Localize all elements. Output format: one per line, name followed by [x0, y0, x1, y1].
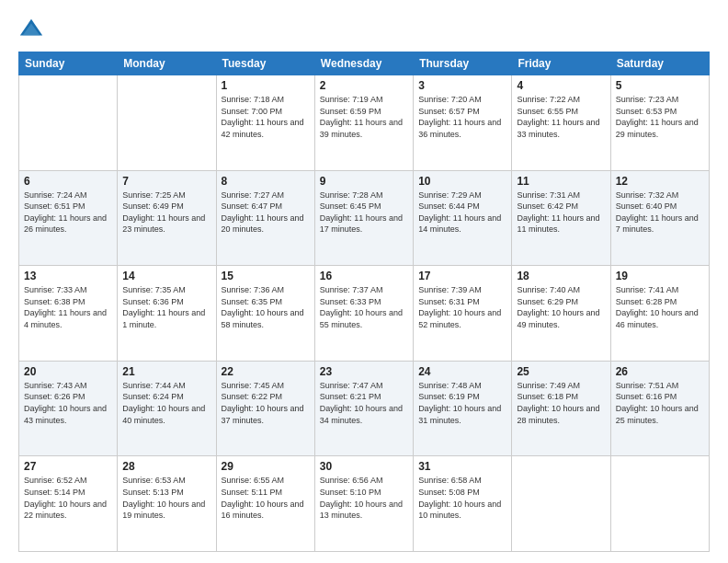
day-info: Sunrise: 7:33 AM Sunset: 6:38 PM Dayligh…	[24, 284, 112, 330]
calendar-day-header: Sunday	[19, 52, 118, 75]
calendar-cell: 13Sunrise: 7:33 AM Sunset: 6:38 PM Dayli…	[19, 266, 118, 362]
day-info: Sunrise: 6:52 AM Sunset: 5:14 PM Dayligh…	[24, 475, 112, 521]
calendar-cell: 7Sunrise: 7:25 AM Sunset: 6:49 PM Daylig…	[118, 170, 216, 266]
header	[18, 17, 710, 42]
calendar-day-header: Thursday	[414, 52, 512, 75]
day-info: Sunrise: 6:55 AM Sunset: 5:11 PM Dayligh…	[222, 475, 310, 521]
day-number: 26	[616, 365, 704, 378]
page: SundayMondayTuesdayWednesdayThursdayFrid…	[0, 0, 728, 563]
day-info: Sunrise: 7:27 AM Sunset: 6:47 PM Dayligh…	[222, 190, 310, 236]
calendar-cell	[19, 75, 118, 171]
calendar-cell	[118, 75, 216, 171]
calendar-cell: 18Sunrise: 7:40 AM Sunset: 6:29 PM Dayli…	[512, 266, 610, 362]
day-info: Sunrise: 7:24 AM Sunset: 6:51 PM Dayligh…	[24, 190, 112, 236]
calendar-week-row: 13Sunrise: 7:33 AM Sunset: 6:38 PM Dayli…	[19, 266, 710, 362]
day-number: 2	[320, 79, 408, 92]
day-info: Sunrise: 6:56 AM Sunset: 5:10 PM Dayligh…	[320, 475, 408, 521]
day-number: 17	[418, 270, 506, 282]
logo-icon	[18, 17, 44, 42]
day-info: Sunrise: 7:19 AM Sunset: 6:59 PM Dayligh…	[320, 94, 408, 140]
logo	[18, 17, 48, 42]
calendar-cell: 29Sunrise: 6:55 AM Sunset: 5:11 PM Dayli…	[216, 456, 314, 552]
day-number: 31	[418, 460, 506, 473]
calendar-table: SundayMondayTuesdayWednesdayThursdayFrid…	[18, 52, 710, 552]
day-info: Sunrise: 7:18 AM Sunset: 7:00 PM Dayligh…	[222, 94, 310, 140]
day-number: 15	[222, 270, 310, 282]
day-info: Sunrise: 7:39 AM Sunset: 6:31 PM Dayligh…	[418, 284, 506, 330]
day-number: 13	[24, 270, 112, 282]
calendar-cell: 21Sunrise: 7:44 AM Sunset: 6:24 PM Dayli…	[118, 361, 216, 456]
calendar-cell: 14Sunrise: 7:35 AM Sunset: 6:36 PM Dayli…	[118, 266, 216, 362]
day-number: 8	[222, 175, 310, 188]
day-info: Sunrise: 7:25 AM Sunset: 6:49 PM Dayligh…	[122, 190, 210, 236]
day-info: Sunrise: 7:47 AM Sunset: 6:21 PM Dayligh…	[320, 380, 408, 426]
calendar-cell: 19Sunrise: 7:41 AM Sunset: 6:28 PM Dayli…	[610, 266, 709, 362]
day-number: 22	[222, 365, 310, 378]
calendar-cell: 1Sunrise: 7:18 AM Sunset: 7:00 PM Daylig…	[216, 75, 314, 171]
day-info: Sunrise: 7:29 AM Sunset: 6:44 PM Dayligh…	[418, 190, 506, 236]
day-number: 5	[616, 79, 704, 92]
day-info: Sunrise: 7:31 AM Sunset: 6:42 PM Dayligh…	[517, 190, 605, 236]
day-number: 29	[222, 460, 310, 473]
calendar-cell: 22Sunrise: 7:45 AM Sunset: 6:22 PM Dayli…	[216, 361, 314, 456]
day-number: 21	[122, 365, 210, 378]
calendar-cell: 11Sunrise: 7:31 AM Sunset: 6:42 PM Dayli…	[512, 170, 610, 266]
day-info: Sunrise: 7:48 AM Sunset: 6:19 PM Dayligh…	[418, 380, 506, 426]
day-info: Sunrise: 7:49 AM Sunset: 6:18 PM Dayligh…	[517, 380, 605, 426]
day-number: 27	[24, 460, 112, 473]
calendar-cell: 16Sunrise: 7:37 AM Sunset: 6:33 PM Dayli…	[314, 266, 413, 362]
day-number: 4	[517, 79, 605, 92]
calendar-cell	[512, 456, 610, 552]
calendar-week-row: 27Sunrise: 6:52 AM Sunset: 5:14 PM Dayli…	[19, 456, 710, 552]
calendar-cell: 5Sunrise: 7:23 AM Sunset: 6:53 PM Daylig…	[610, 75, 709, 171]
day-info: Sunrise: 6:53 AM Sunset: 5:13 PM Dayligh…	[122, 475, 210, 521]
day-number: 14	[122, 270, 210, 282]
day-number: 9	[320, 175, 408, 188]
day-number: 24	[418, 365, 506, 378]
day-info: Sunrise: 7:28 AM Sunset: 6:45 PM Dayligh…	[320, 190, 408, 236]
calendar-week-row: 20Sunrise: 7:43 AM Sunset: 6:26 PM Dayli…	[19, 361, 710, 456]
calendar-week-row: 1Sunrise: 7:18 AM Sunset: 7:00 PM Daylig…	[19, 75, 710, 171]
day-info: Sunrise: 7:35 AM Sunset: 6:36 PM Dayligh…	[122, 284, 210, 330]
calendar-cell: 2Sunrise: 7:19 AM Sunset: 6:59 PM Daylig…	[314, 75, 413, 171]
day-number: 18	[517, 270, 605, 282]
day-info: Sunrise: 7:43 AM Sunset: 6:26 PM Dayligh…	[24, 380, 112, 426]
day-number: 3	[418, 79, 506, 92]
day-info: Sunrise: 7:37 AM Sunset: 6:33 PM Dayligh…	[320, 284, 408, 330]
calendar-cell: 4Sunrise: 7:22 AM Sunset: 6:55 PM Daylig…	[512, 75, 610, 171]
calendar-cell: 8Sunrise: 7:27 AM Sunset: 6:47 PM Daylig…	[216, 170, 314, 266]
day-number: 19	[616, 270, 704, 282]
calendar-cell: 31Sunrise: 6:58 AM Sunset: 5:08 PM Dayli…	[414, 456, 512, 552]
calendar-day-header: Saturday	[610, 52, 709, 75]
day-info: Sunrise: 7:40 AM Sunset: 6:29 PM Dayligh…	[517, 284, 605, 330]
day-number: 7	[122, 175, 210, 188]
calendar-cell: 3Sunrise: 7:20 AM Sunset: 6:57 PM Daylig…	[414, 75, 512, 171]
day-number: 25	[517, 365, 605, 378]
day-info: Sunrise: 7:32 AM Sunset: 6:40 PM Dayligh…	[616, 190, 704, 236]
day-number: 10	[418, 175, 506, 188]
calendar-day-header: Monday	[118, 52, 216, 75]
calendar-cell: 26Sunrise: 7:51 AM Sunset: 6:16 PM Dayli…	[610, 361, 709, 456]
day-number: 16	[320, 270, 408, 282]
day-info: Sunrise: 7:22 AM Sunset: 6:55 PM Dayligh…	[517, 94, 605, 140]
calendar-cell: 17Sunrise: 7:39 AM Sunset: 6:31 PM Dayli…	[414, 266, 512, 362]
calendar-cell: 10Sunrise: 7:29 AM Sunset: 6:44 PM Dayli…	[414, 170, 512, 266]
calendar-cell: 23Sunrise: 7:47 AM Sunset: 6:21 PM Dayli…	[314, 361, 413, 456]
calendar-cell: 27Sunrise: 6:52 AM Sunset: 5:14 PM Dayli…	[19, 456, 118, 552]
calendar-cell: 15Sunrise: 7:36 AM Sunset: 6:35 PM Dayli…	[216, 266, 314, 362]
calendar-week-row: 6Sunrise: 7:24 AM Sunset: 6:51 PM Daylig…	[19, 170, 710, 266]
day-info: Sunrise: 6:58 AM Sunset: 5:08 PM Dayligh…	[418, 475, 506, 521]
day-info: Sunrise: 7:36 AM Sunset: 6:35 PM Dayligh…	[222, 284, 310, 330]
day-number: 6	[24, 175, 112, 188]
calendar-cell	[610, 456, 709, 552]
calendar-cell: 28Sunrise: 6:53 AM Sunset: 5:13 PM Dayli…	[118, 456, 216, 552]
day-info: Sunrise: 7:51 AM Sunset: 6:16 PM Dayligh…	[616, 380, 704, 426]
day-number: 12	[616, 175, 704, 188]
day-number: 11	[517, 175, 605, 188]
calendar-cell: 25Sunrise: 7:49 AM Sunset: 6:18 PM Dayli…	[512, 361, 610, 456]
calendar-cell: 9Sunrise: 7:28 AM Sunset: 6:45 PM Daylig…	[314, 170, 413, 266]
calendar-day-header: Tuesday	[216, 52, 314, 75]
day-info: Sunrise: 7:20 AM Sunset: 6:57 PM Dayligh…	[418, 94, 506, 140]
day-number: 20	[24, 365, 112, 378]
day-info: Sunrise: 7:41 AM Sunset: 6:28 PM Dayligh…	[616, 284, 704, 330]
